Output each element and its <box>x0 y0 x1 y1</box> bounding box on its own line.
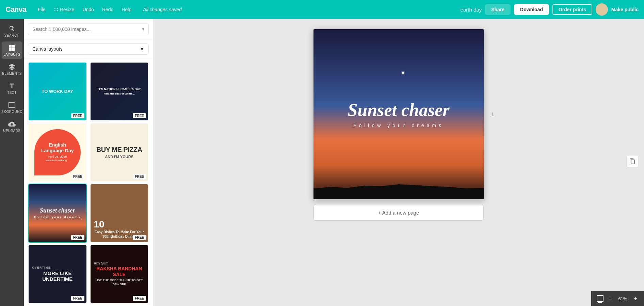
card-date: April 23, 2019 <box>48 155 67 159</box>
search-icon <box>8 25 16 33</box>
avatar[interactable] <box>596 3 608 16</box>
speech-bubble: English Language Day April 23, 2019 www.… <box>34 129 81 175</box>
order-prints-button[interactable]: Order prints <box>552 4 592 15</box>
layouts-icon <box>8 44 16 52</box>
share-button[interactable]: Share <box>485 4 511 15</box>
zoom-bar: – 61% + <box>591 291 644 306</box>
zoom-level: 61% <box>616 296 629 301</box>
sidebar-item-uploads[interactable]: UPLOADS <box>2 118 22 135</box>
resize-button[interactable]: Resize <box>50 5 78 14</box>
card-content: TO WORK DAY <box>29 63 86 120</box>
make-public-button[interactable]: Make public <box>611 7 639 12</box>
panel-search-area: ▼ <box>24 19 153 40</box>
horizon-silhouette <box>313 172 484 199</box>
card-content: 10 Easy Dishes To Make For Your 30th Bir… <box>91 184 148 242</box>
free-badge: FREE <box>71 174 84 179</box>
add-page-button[interactable]: + Add a new page <box>313 205 484 221</box>
star-decoration <box>402 72 404 74</box>
zoom-out-button[interactable]: – <box>607 294 613 304</box>
topbar-right: earth day Share Download Order prints Ma… <box>461 3 639 16</box>
card-subtitle: Follow your dreams <box>34 216 81 219</box>
card-url: www.nationallang... <box>46 159 69 162</box>
card-title: MORE LIKE UNDERTIME <box>32 271 83 282</box>
canvas-subtitle: Follow your dreams <box>353 123 444 128</box>
layouts-panel: ▼ Canva layouts ▼ TO WORK DAY FREE <box>24 19 153 306</box>
right-tools <box>626 155 639 167</box>
canvas-title: Sunset chaser <box>348 100 449 120</box>
card-content: OVERTIME MORE LIKE UNDERTIME <box>29 245 86 303</box>
card-subtitle: USE THE CODE 'RAKHI' TO GET 50% OFF <box>94 278 145 286</box>
template-card-undertime[interactable]: OVERTIME MORE LIKE UNDERTIME FREE <box>28 244 87 304</box>
free-badge: FREE <box>71 113 84 118</box>
canvas[interactable]: Sunset chaser Follow your dreams <box>313 29 484 199</box>
sidebar-item-layouts[interactable]: LAYOUTS <box>2 41 22 59</box>
card-title: IT'S NATIONAL CAMERA DAY <box>98 87 141 91</box>
card-content: Sunset chaser Follow your dreams <box>29 184 86 242</box>
canva-logo[interactable]: Canva <box>5 5 26 14</box>
sidebar-item-elements[interactable]: ELEMENTS <box>2 61 22 78</box>
template-card-english[interactable]: English Language Day April 23, 2019 www.… <box>28 123 87 182</box>
template-card-pizza[interactable]: BUY ME PIZZA AND I'M YOURS FREE <box>90 123 149 182</box>
text-icon <box>8 82 16 90</box>
help-button[interactable]: Help <box>118 5 135 14</box>
background-icon <box>8 101 16 109</box>
card-content: English Language Day April 23, 2019 www.… <box>29 123 86 181</box>
sidebar-label-elements: ELEMENTS <box>2 72 22 75</box>
sidebar-label-background: BKGROUND <box>1 110 22 114</box>
filter-label: Canva layouts <box>32 46 63 52</box>
uploads-icon <box>8 120 16 128</box>
free-badge: FREE <box>133 174 146 179</box>
tool-copy-button[interactable] <box>626 155 639 167</box>
card-title: Sunset chaser <box>40 207 75 214</box>
sidebar-item-background[interactable]: BKGROUND <box>2 99 22 116</box>
topbar: Canva File Resize Undo Redo Help All cha… <box>0 0 644 19</box>
free-badge: FREE <box>133 113 146 118</box>
sidebar-label-layouts: LAYOUTS <box>3 53 20 56</box>
sidebar-label-text: TEXT <box>7 91 17 95</box>
free-badge: FREE <box>71 296 84 301</box>
card-title: English Language Day <box>37 142 78 154</box>
free-badge: FREE <box>133 235 146 240</box>
sidebar-label-uploads: UPLOADS <box>3 129 20 133</box>
copy-icon <box>629 158 635 164</box>
sidebar-item-text[interactable]: TEXT <box>2 80 22 97</box>
card-title: BUY ME PIZZA <box>96 146 142 153</box>
search-input[interactable] <box>28 23 149 35</box>
search-dropdown-icon[interactable]: ▼ <box>141 27 145 32</box>
resize-icon <box>54 7 59 12</box>
project-name[interactable]: earth day <box>461 7 482 13</box>
top-nav: File Resize Undo Redo Help <box>34 5 135 14</box>
file-menu[interactable]: File <box>34 5 49 14</box>
filter-chevron-icon: ▼ <box>140 46 144 52</box>
download-button[interactable]: Download <box>514 4 549 15</box>
template-card-sunset[interactable]: Sunset chaser Follow your dreams FREE <box>28 184 87 243</box>
template-card-raksha[interactable]: Any Slim RAKSHA BANDHAN SALE USE THE COD… <box>90 244 149 304</box>
card-subtitle: Find the best of whats... <box>98 92 141 95</box>
card-content: IT'S NATIONAL CAMERA DAY Find the best o… <box>91 63 148 120</box>
card-number: 10 <box>94 219 104 230</box>
saved-status: All changes saved <box>143 7 182 12</box>
card-content: Any Slim RAKSHA BANDHAN SALE USE THE COD… <box>91 245 148 303</box>
redo-button[interactable]: Redo <box>99 5 117 14</box>
panel-filter-area: Canva layouts ▼ <box>24 40 153 58</box>
zoom-in-button[interactable]: + <box>632 294 639 304</box>
left-sidebar: SEARCH LAYOUTS ELEMENTS TEXT BKGROUND UP… <box>0 19 24 306</box>
card-overtitle: OVERTIME <box>32 266 51 269</box>
search-wrapper: ▼ <box>28 23 149 35</box>
filter-dropdown[interactable]: Canva layouts ▼ <box>28 43 149 55</box>
card-content: BUY ME PIZZA AND I'M YOURS <box>91 123 148 181</box>
free-badge: FREE <box>133 296 146 301</box>
undo-button[interactable]: Undo <box>79 5 97 14</box>
card-subtitle: AND I'M YOURS <box>105 155 133 159</box>
card-title: TO WORK DAY <box>42 89 73 94</box>
elements-icon <box>8 63 16 71</box>
monitor-icon[interactable] <box>597 295 603 302</box>
template-card-work-day[interactable]: TO WORK DAY FREE <box>28 62 87 121</box>
page-number: 1 <box>491 112 494 117</box>
canvas-wrapper: Sunset chaser Follow your dreams 1 <box>313 29 484 199</box>
template-card-dishes[interactable]: 10 Easy Dishes To Make For Your 30th Bir… <box>90 184 149 243</box>
card-title: RAKSHA BANDHAN SALE <box>94 266 145 277</box>
card-brand: Any Slim <box>94 261 109 265</box>
template-card-camera-day[interactable]: IT'S NATIONAL CAMERA DAY Find the best o… <box>90 62 149 121</box>
sidebar-item-search[interactable]: SEARCH <box>2 22 22 40</box>
